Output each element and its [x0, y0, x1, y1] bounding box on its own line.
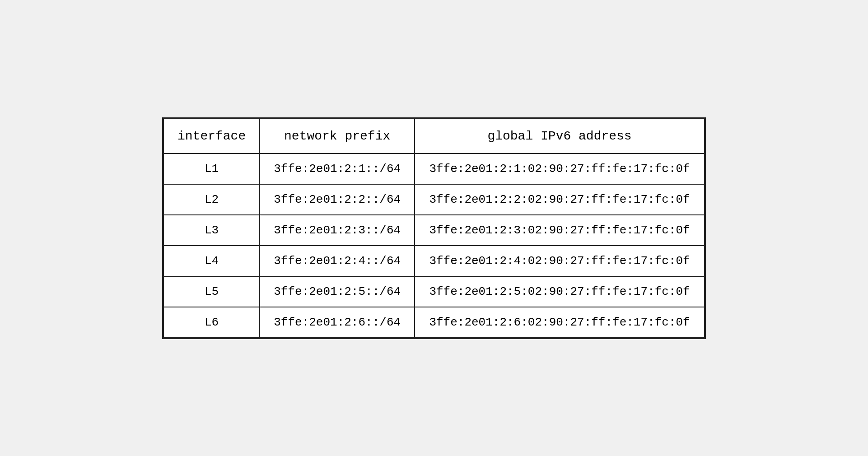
cell-interface-3: L4 [163, 246, 260, 276]
table-row: L43ffe:2e01:2:4::/643ffe:2e01:2:4:02:90:… [163, 246, 705, 276]
header-global-ipv6: global IPv6 address [415, 119, 705, 154]
cell-ipv6-3: 3ffe:2e01:2:4:02:90:27:ff:fe:17:fc:0f [415, 246, 705, 276]
cell-interface-5: L6 [163, 307, 260, 338]
table-row: L23ffe:2e01:2:2::/643ffe:2e01:2:2:02:90:… [163, 184, 705, 215]
cell-prefix-3: 3ffe:2e01:2:4::/64 [260, 246, 415, 276]
table-row: L33ffe:2e01:2:3::/643ffe:2e01:2:3:02:90:… [163, 215, 705, 246]
cell-prefix-4: 3ffe:2e01:2:5::/64 [260, 276, 415, 307]
header-interface: interface [163, 119, 260, 154]
table-body: L13ffe:2e01:2:1::/643ffe:2e01:2:1:02:90:… [163, 154, 705, 338]
table-row: L13ffe:2e01:2:1::/643ffe:2e01:2:1:02:90:… [163, 154, 705, 184]
table-row: L63ffe:2e01:2:6::/643ffe:2e01:2:6:02:90:… [163, 307, 705, 338]
cell-ipv6-0: 3ffe:2e01:2:1:02:90:27:ff:fe:17:fc:0f [415, 154, 705, 184]
cell-interface-0: L1 [163, 154, 260, 184]
header-network-prefix: network prefix [260, 119, 415, 154]
table-row: L53ffe:2e01:2:5::/643ffe:2e01:2:5:02:90:… [163, 276, 705, 307]
ipv6-table: interface network prefix global IPv6 add… [163, 118, 705, 338]
cell-ipv6-2: 3ffe:2e01:2:3:02:90:27:ff:fe:17:fc:0f [415, 215, 705, 246]
cell-ipv6-5: 3ffe:2e01:2:6:02:90:27:ff:fe:17:fc:0f [415, 307, 705, 338]
main-table-container: interface network prefix global IPv6 add… [162, 117, 706, 339]
cell-interface-2: L3 [163, 215, 260, 246]
cell-prefix-2: 3ffe:2e01:2:3::/64 [260, 215, 415, 246]
table-header-row: interface network prefix global IPv6 add… [163, 119, 705, 154]
cell-prefix-5: 3ffe:2e01:2:6::/64 [260, 307, 415, 338]
cell-ipv6-4: 3ffe:2e01:2:5:02:90:27:ff:fe:17:fc:0f [415, 276, 705, 307]
cell-interface-1: L2 [163, 184, 260, 215]
cell-prefix-1: 3ffe:2e01:2:2::/64 [260, 184, 415, 215]
cell-prefix-0: 3ffe:2e01:2:1::/64 [260, 154, 415, 184]
cell-ipv6-1: 3ffe:2e01:2:2:02:90:27:ff:fe:17:fc:0f [415, 184, 705, 215]
cell-interface-4: L5 [163, 276, 260, 307]
